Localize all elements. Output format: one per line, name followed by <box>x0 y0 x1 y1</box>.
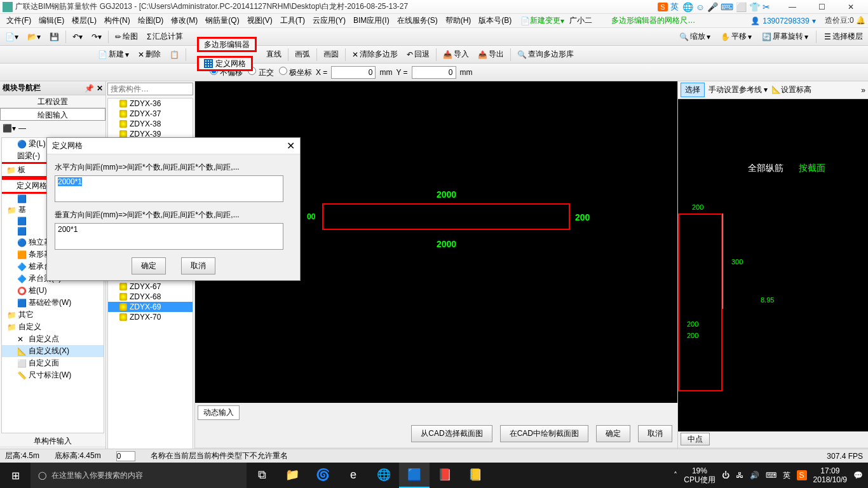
tree-item[interactable]: 📁自定义 <box>2 321 104 333</box>
save-icon[interactable]: 💾 <box>47 31 62 43</box>
polar-radio[interactable]: 极坐标 <box>279 67 312 78</box>
component-item[interactable]: ZDYX-70 <box>108 312 193 322</box>
define-grid-button[interactable]: 定义网格 <box>197 56 253 71</box>
v-spacing-input[interactable]: 200*1 <box>55 223 283 250</box>
tray-sogou[interactable]: S <box>797 470 807 480</box>
maximize-button[interactable]: ☐ <box>807 0 836 14</box>
task-browser-icon[interactable]: 🌐 <box>369 463 399 488</box>
status-input[interactable] <box>116 451 135 461</box>
tray-clock[interactable]: 17:092018/10/9 <box>813 466 847 485</box>
task-folder-icon[interactable]: 📁 <box>277 463 308 488</box>
ime-icons[interactable]: 🌐☺🎤⌨⬜👕✂ <box>681 2 771 12</box>
ok-button[interactable]: 确定 <box>596 425 630 442</box>
open-file-icon[interactable]: 📂▾ <box>25 31 43 43</box>
draw-button[interactable]: ✏绘图 <box>112 30 140 43</box>
menu-modify[interactable]: 修改(M) <box>167 14 201 27</box>
menu-file[interactable]: 文件(F) <box>3 14 35 27</box>
tray-ime[interactable]: 英 <box>783 470 790 481</box>
undo-icon[interactable]: ↶▾ <box>70 31 85 43</box>
menu-draw[interactable]: 绘图(D) <box>134 14 168 27</box>
component-item[interactable]: ZDYX-67 <box>108 281 193 292</box>
copy-icon[interactable]: 📋 <box>167 49 182 60</box>
menu-rebar[interactable]: 钢筋量(Q) <box>201 14 243 27</box>
minimize-button[interactable]: — <box>778 0 807 14</box>
arc-button[interactable]: 画弧 <box>292 48 313 61</box>
taskbar-search[interactable]: ◯ 在这里输入你要搜索的内容 <box>31 463 247 488</box>
tree-item[interactable]: 📏尺寸标注(W) <box>2 369 104 381</box>
tray-power-icon[interactable]: ⏻ <box>722 471 729 480</box>
component-item[interactable]: ZDYX-37 <box>108 109 193 119</box>
task-view-icon[interactable]: ⧉ <box>247 463 277 488</box>
circle-button[interactable]: 画圆 <box>321 48 341 61</box>
dialog-title-bar[interactable]: 定义网格 ✕ <box>47 138 300 154</box>
tray-notifications-icon[interactable]: 💬 <box>853 471 863 480</box>
component-item[interactable]: ZDYX-68 <box>108 292 193 302</box>
tree-item[interactable]: 🟦基础砼带(W) <box>2 297 104 309</box>
cancel-button[interactable]: 取消 <box>638 425 672 442</box>
set-elevation-button[interactable]: 📐设置标高 <box>771 85 811 95</box>
rotate-button[interactable]: 🔄屏幕旋转▾ <box>759 30 811 43</box>
query-button[interactable]: 🔍查询多边形库 <box>515 48 576 61</box>
y-input[interactable] <box>412 66 456 79</box>
dialog-ok-button[interactable]: 确定 <box>132 257 166 274</box>
delete-button[interactable]: ✕ 删除 <box>135 48 163 61</box>
new-change-button[interactable]: 📄新建变更 ▾ <box>520 15 564 26</box>
manual-ref-button[interactable]: 手动设置参考线 ▾ <box>709 85 768 95</box>
zoom-button[interactable]: 🔍缩放▾ <box>677 30 713 43</box>
menu-cloud[interactable]: 云应用(Y) <box>309 14 349 27</box>
tree-item[interactable]: ⭕桩(U) <box>2 285 104 297</box>
tray-volume-icon[interactable]: 🔊 <box>750 471 759 480</box>
task-app-icon[interactable]: 🟦 <box>399 463 430 488</box>
tray-network-icon[interactable]: 🖧 <box>736 471 743 480</box>
menu-tools[interactable]: 工具(T) <box>276 14 309 27</box>
import-button[interactable]: 📥导入 <box>440 48 471 61</box>
system-tray[interactable]: ˄ 19%CPU使用 ⏻ 🖧 🔊 ⌨ 英 S 17:092018/10/9 💬 <box>668 466 868 485</box>
component-item[interactable]: ZDYX-36 <box>108 98 193 109</box>
tray-keyboard-icon[interactable]: ⌨ <box>766 471 776 480</box>
export-button[interactable]: 📤导出 <box>475 48 506 61</box>
menu-floor[interactable]: 楼层(L) <box>68 14 100 27</box>
search-input[interactable] <box>107 83 193 95</box>
tray-up-icon[interactable]: ˄ <box>674 471 677 480</box>
menu-component[interactable]: 构件(N) <box>100 14 134 27</box>
cad-select-button[interactable]: 从CAD选择截面图 <box>411 425 492 442</box>
h-spacing-input[interactable]: 2000*1 <box>55 175 283 202</box>
dialog-close-icon[interactable]: ✕ <box>287 140 295 152</box>
new-file-icon[interactable]: 📄▾ <box>3 31 21 43</box>
select-floor-button[interactable]: ☰选择楼层 <box>822 30 865 43</box>
ime-lang[interactable]: 英 <box>670 1 679 13</box>
clear-button[interactable]: ✕ 清除多边形 <box>349 48 400 61</box>
redo-icon[interactable]: ↷▾ <box>89 31 104 43</box>
dialog-cancel-button[interactable]: 取消 <box>181 257 215 274</box>
start-button[interactable]: ⊞ <box>0 463 31 488</box>
section-canvas[interactable]: 全部纵筋 按截面 200 300 8.95 200 200 <box>678 99 868 431</box>
task-help-icon[interactable]: 📒 <box>460 463 491 488</box>
menu-help[interactable]: 帮助(H) <box>442 14 475 27</box>
cad-draw-button[interactable]: 在CAD中绘制截面图 <box>500 425 588 442</box>
tree-item[interactable]: 📐自定义线(X) <box>2 345 104 357</box>
new-button[interactable]: 📄新建▾ <box>95 48 132 61</box>
pan-button[interactable]: ✋平移▾ <box>718 30 754 43</box>
ime-badge[interactable]: S <box>658 3 667 11</box>
task-pdf-icon[interactable]: 📕 <box>430 463 460 488</box>
tree-item[interactable]: ✕自定义点 <box>2 333 104 345</box>
line-button[interactable]: 直线 <box>264 48 284 61</box>
component-item[interactable]: ZDYX-38 <box>108 119 193 129</box>
tab-draw-input[interactable]: 绘图输入 <box>0 108 105 121</box>
pin-icon[interactable]: 📌 <box>85 84 94 93</box>
task-edge-icon[interactable]: e <box>338 463 369 488</box>
select-button[interactable]: 选择 <box>681 83 705 97</box>
task-fan-icon[interactable]: 🌀 <box>308 463 338 488</box>
menu-version[interactable]: 版本号(B) <box>475 14 515 27</box>
shape-rect[interactable] <box>322 203 570 230</box>
close-button[interactable]: ✕ <box>836 0 865 14</box>
back-button[interactable]: ↶ 回退 <box>404 48 432 61</box>
menu-bim[interactable]: BIM应用(I) <box>349 14 393 27</box>
midpoint-button[interactable]: 中点 <box>681 433 710 445</box>
tree-item[interactable]: 📁其它 <box>2 309 104 321</box>
menu-online[interactable]: 在线服务(S) <box>393 14 442 27</box>
tab-single-input[interactable]: 单构件输入 <box>0 435 105 447</box>
component-item[interactable]: ZDYX-69 <box>108 302 193 312</box>
x-input[interactable] <box>331 66 376 79</box>
dynamic-input-button[interactable]: 动态输入 <box>198 405 240 420</box>
